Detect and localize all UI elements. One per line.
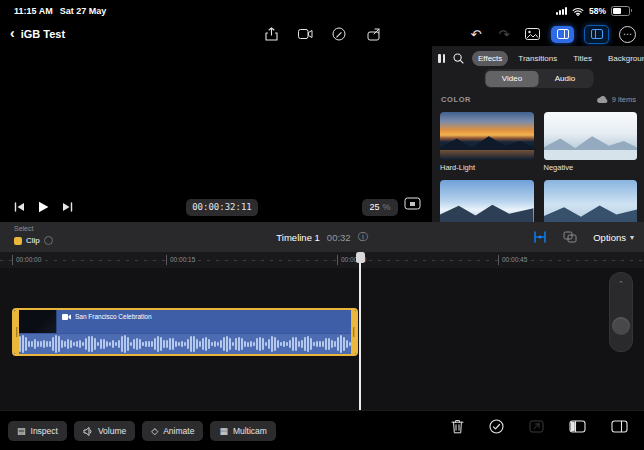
multicam-button[interactable]: ▦ Multicam (210, 421, 276, 441)
effect-thumbnail[interactable] (544, 180, 638, 222)
undo-icon[interactable]: ↶ (467, 26, 485, 42)
effect-thumbnail[interactable] (440, 112, 534, 160)
status-time: 11:15 AM (14, 6, 53, 16)
camera-icon[interactable] (296, 26, 314, 42)
effect-thumbnail[interactable] (544, 112, 638, 160)
nav-bar: ‹ iGB Test ↶ ↷ (0, 22, 644, 46)
joystick-up-icon: ⌃ (618, 280, 624, 287)
playhead[interactable] (359, 252, 361, 410)
inspect-button[interactable]: ▤ Inspect (8, 421, 67, 441)
wifi-icon (572, 7, 584, 16)
effect-item-negative[interactable]: Negative (544, 112, 638, 172)
transport-bar: 00:00:32:11 25 % (0, 196, 430, 218)
options-label: Options (593, 232, 626, 243)
status-date: Sat 27 May (60, 6, 107, 16)
clip-name: San Francisco Celebration (75, 313, 152, 320)
connect-clips-icon[interactable] (533, 231, 547, 243)
bottom-toolbar: ▤ Inspect Volume ◇ Animate ▦ Multicam (0, 410, 644, 450)
clip-video-lane: San Francisco Celebration (14, 310, 356, 334)
volume-label: Volume (98, 426, 126, 436)
audio-waveform (14, 334, 356, 354)
browser-toggle-button[interactable] (551, 26, 574, 43)
share-icon[interactable] (364, 26, 382, 42)
multicam-label: Multicam (233, 426, 267, 436)
animate-label: Animate (163, 426, 194, 436)
play-button[interactable] (38, 201, 49, 213)
items-count: 9 items (612, 95, 636, 104)
app-window: 11:15 AM Sat 27 May 58% ‹ iGB Test (0, 0, 644, 450)
ruler-tick: 00:00:15 (166, 255, 198, 265)
more-options-icon[interactable]: ⋯ (619, 26, 636, 43)
volume-button[interactable]: Volume (74, 421, 135, 441)
timeline-clip[interactable]: San Francisco Celebration (12, 308, 358, 356)
cloud-icon (596, 95, 608, 104)
trash-icon[interactable] (451, 419, 464, 434)
zoom-value: 25 (369, 202, 379, 212)
trim-handle-right[interactable] (351, 310, 356, 354)
battery-percent: 58% (589, 6, 606, 16)
effect-name: Hard-Light (440, 163, 534, 172)
tab-titles[interactable]: Titles (567, 51, 598, 66)
inspector-toggle-button[interactable] (584, 25, 609, 44)
cellular-signal-icon (556, 7, 567, 15)
battery-icon (611, 6, 630, 17)
content-browser-panel: Effects Transitions Titles Backgrounds V… (431, 46, 644, 222)
timecode-display[interactable]: 00:00:32:11 (186, 199, 258, 216)
split-view-right-icon[interactable] (611, 420, 628, 433)
effect-item-hard-light[interactable]: Hard-Light (440, 112, 534, 172)
effect-name: Negative (544, 163, 638, 172)
multicam-icon: ▦ (219, 427, 228, 436)
speaker-icon (83, 427, 93, 436)
back-button[interactable]: ‹ iGB Test (10, 27, 65, 41)
pencil-circle-icon[interactable] (330, 26, 348, 42)
effect-item[interactable] (544, 180, 638, 222)
playhead-handle[interactable] (356, 252, 365, 263)
timeline-title: Timeline 1 (276, 232, 319, 243)
clip-filter-label: Clip (26, 236, 40, 245)
fit-screen-icon[interactable] (404, 197, 421, 211)
tab-transitions[interactable]: Transitions (512, 51, 563, 66)
redo-icon[interactable]: ↷ (495, 26, 513, 42)
inspect-label: Inspect (31, 426, 58, 436)
skip-forward-icon[interactable] (62, 202, 73, 212)
keyframe-icon: ◇ (151, 427, 158, 436)
split-view-left-icon[interactable] (569, 420, 586, 433)
skip-back-icon[interactable] (14, 202, 25, 212)
zoom-joystick[interactable]: ⌃ (609, 272, 633, 352)
timeline-track-area[interactable]: San Francisco Celebration ⌃ (0, 268, 644, 410)
browser-sidebar-icon[interactable] (438, 54, 445, 63)
project-title: iGB Test (21, 28, 65, 40)
zoom-level[interactable]: 25 % (362, 199, 398, 216)
approve-check-icon[interactable] (489, 419, 504, 434)
video-clip-icon (62, 314, 71, 320)
overlay-disabled-icon[interactable] (529, 420, 544, 433)
tab-backgrounds[interactable]: Backgrounds (602, 51, 644, 66)
joystick-knob[interactable] (612, 317, 630, 335)
effect-thumbnail[interactable] (440, 180, 534, 222)
animate-button[interactable]: ◇ Animate (142, 421, 203, 441)
timeline-ruler[interactable]: 00:00:00 00:00:15 00:00:30 00:00:45 (0, 252, 644, 268)
tab-effects[interactable]: Effects (472, 51, 508, 66)
section-title: COLOR (441, 95, 471, 104)
chevron-down-icon: ▾ (630, 233, 634, 242)
info-icon[interactable]: ⓘ (358, 232, 368, 242)
media-library-icon[interactable] (523, 26, 541, 42)
inspector-icon: ▤ (17, 427, 26, 436)
export-icon[interactable] (262, 26, 280, 42)
clip-audio-lane (14, 333, 356, 354)
ruler-tick: 00:00:45 (498, 255, 530, 265)
clip-color-icon (14, 237, 22, 245)
effect-item[interactable] (440, 180, 534, 222)
status-bar: 11:15 AM Sat 27 May 58% (0, 0, 644, 22)
segment-audio[interactable]: Audio (539, 71, 592, 87)
zoom-unit: % (383, 202, 391, 212)
clip-filter-chip[interactable]: Clip (14, 236, 53, 245)
overlap-clips-icon[interactable] (563, 231, 577, 243)
clip-filter-toggle-icon (44, 236, 53, 245)
options-button[interactable]: Options ▾ (593, 232, 634, 243)
segment-video[interactable]: Video (486, 71, 539, 87)
trim-handle-left[interactable] (14, 310, 19, 354)
effects-grid: Hard-Light Negative (440, 112, 637, 222)
search-icon[interactable] (453, 53, 464, 64)
timeline-header: Select Clip Timeline 1 00:32 ⓘ Options ▾ (0, 222, 644, 252)
